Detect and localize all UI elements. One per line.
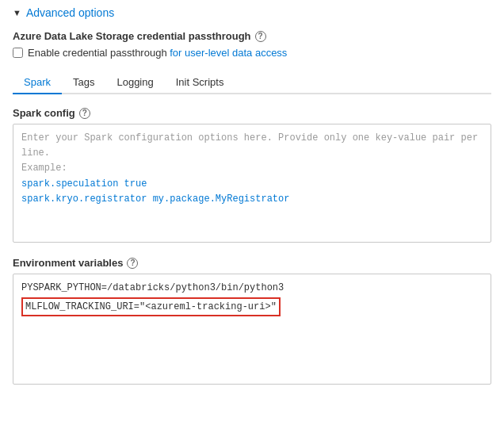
- env-line-1: PYSPARK_PYTHON=/databricks/python3/bin/p…: [21, 281, 483, 295]
- tab-spark[interactable]: Spark: [13, 71, 62, 94]
- tabs-container: Spark Tags Logging Init Scripts: [13, 71, 491, 94]
- credential-checkbox[interactable]: [13, 48, 23, 58]
- chevron-icon[interactable]: ▼: [13, 8, 21, 17]
- spark-config-help-icon[interactable]: ?: [79, 108, 90, 119]
- spark-config-wrapper: Enter your Spark configuration options h…: [13, 124, 491, 243]
- section-title: Advanced options: [26, 6, 114, 19]
- tab-init-scripts[interactable]: Init Scripts: [165, 71, 235, 94]
- env-variables-label: Environment variables: [13, 257, 123, 269]
- env-variables-help-icon[interactable]: ?: [127, 258, 138, 269]
- env-variables-section: Environment variables ? PYSPARK_PYTHON=/…: [13, 257, 491, 385]
- spark-config-placeholder: Enter your Spark configuration options h…: [21, 131, 483, 207]
- env-content: PYSPARK_PYTHON=/databricks/python3/bin/p…: [21, 281, 483, 317]
- credential-title: Azure Data Lake Storage credential passt…: [13, 30, 251, 42]
- tab-logging[interactable]: Logging: [105, 71, 164, 94]
- spark-config-label-row: Spark config ?: [13, 107, 491, 119]
- env-variables-textarea[interactable]: PYSPARK_PYTHON=/databricks/python3/bin/p…: [13, 274, 491, 385]
- tab-tags[interactable]: Tags: [62, 71, 105, 94]
- env-line-2-wrapper: MLFLOW_TRACKING_URI="<azureml-tracking-u…: [21, 297, 483, 317]
- credential-checkbox-label: Enable credential passthrough for user-l…: [28, 47, 287, 59]
- credential-help-icon[interactable]: ?: [255, 31, 266, 42]
- spark-config-label: Spark config: [13, 107, 75, 119]
- env-variables-label-row: Environment variables ?: [13, 257, 491, 269]
- env-variables-wrapper: PYSPARK_PYTHON=/databricks/python3/bin/p…: [13, 274, 491, 385]
- section-header: ▼ Advanced options: [13, 6, 491, 19]
- env-line-2-highlighted: MLFLOW_TRACKING_URI="<azureml-tracking-u…: [21, 297, 281, 316]
- advanced-options-section: ▼ Advanced options Azure Data Lake Stora…: [13, 6, 491, 385]
- credential-section: Azure Data Lake Storage credential passt…: [13, 30, 491, 59]
- credential-title-row: Azure Data Lake Storage credential passt…: [13, 30, 491, 42]
- checkbox-row: Enable credential passthrough for user-l…: [13, 47, 491, 59]
- spark-config-section: Spark config ? Enter your Spark configur…: [13, 107, 491, 243]
- spark-config-textarea[interactable]: Enter your Spark configuration options h…: [13, 124, 491, 243]
